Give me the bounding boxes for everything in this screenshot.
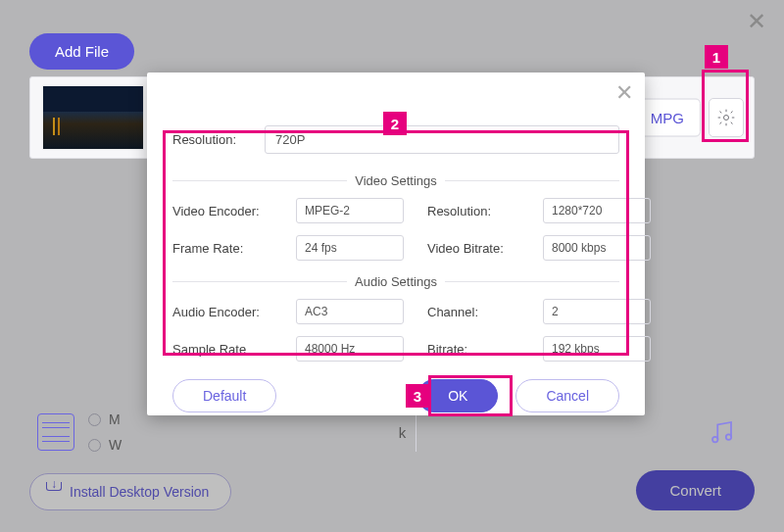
annotation-2: 2 [163,130,629,356]
svg-point-1 [712,437,718,443]
format-radio-1[interactable]: M [88,411,122,427]
annotation-3: 3 [428,375,513,416]
radio-icon [88,439,101,452]
annotation-number: 1 [705,45,728,69]
audio-format-icon[interactable] [704,414,739,450]
default-button[interactable]: Default [172,379,276,412]
annotation-1: 1 [702,70,749,142]
add-file-button[interactable]: Add File [29,33,134,70]
svg-point-2 [726,434,732,440]
radio-icon [88,413,101,426]
annotation-number: 3 [406,384,429,408]
modal-close-icon[interactable] [615,80,633,106]
video-format-icon[interactable] [37,413,74,451]
video-thumbnail[interactable] [42,85,144,150]
annotation-number: 2 [383,112,407,135]
cancel-button[interactable]: Cancel [515,379,619,412]
format-radio-2[interactable]: W [88,437,122,453]
radio-label: M [109,411,121,427]
radio-label: W [109,437,122,453]
window-close-icon[interactable] [747,8,766,35]
